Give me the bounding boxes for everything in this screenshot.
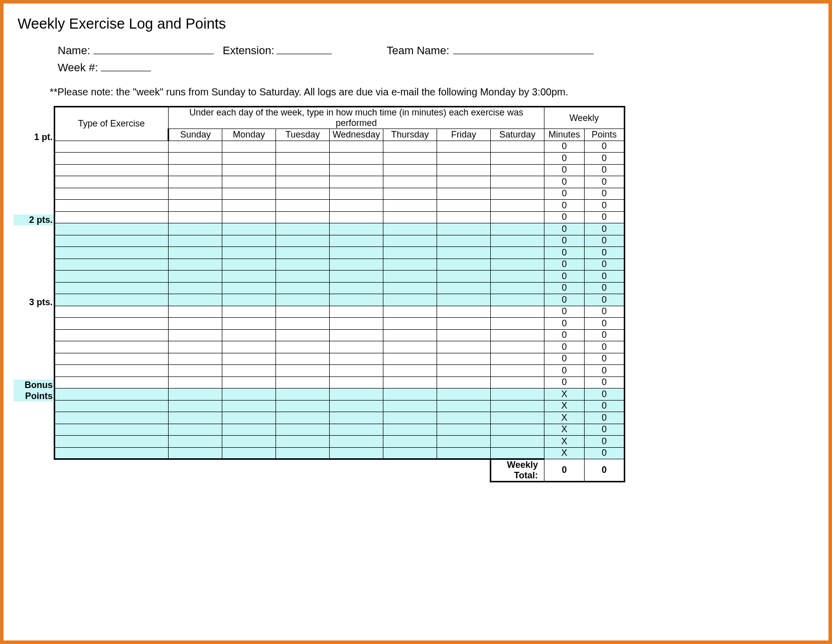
day-cell[interactable]	[330, 247, 383, 259]
exercise-type-cell[interactable]	[55, 353, 169, 365]
day-cell[interactable]	[276, 424, 330, 436]
day-cell[interactable]	[383, 389, 437, 401]
name-input-line[interactable]	[93, 42, 214, 54]
day-cell[interactable]	[222, 259, 276, 271]
exercise-type-cell[interactable]	[55, 188, 169, 200]
day-cell[interactable]	[222, 412, 276, 424]
day-cell[interactable]	[330, 200, 383, 212]
day-cell[interactable]	[169, 376, 222, 389]
exercise-type-cell[interactable]	[55, 200, 169, 212]
day-cell[interactable]	[169, 306, 222, 318]
day-cell[interactable]	[330, 424, 383, 436]
day-cell[interactable]	[222, 141, 276, 153]
day-cell[interactable]	[491, 376, 544, 389]
day-cell[interactable]	[491, 424, 544, 436]
day-cell[interactable]	[222, 318, 276, 330]
day-cell[interactable]	[383, 282, 437, 294]
day-cell[interactable]	[169, 223, 222, 235]
day-cell[interactable]	[330, 259, 383, 271]
day-cell[interactable]	[330, 271, 383, 283]
day-cell[interactable]	[491, 200, 544, 212]
day-cell[interactable]	[276, 176, 330, 188]
day-cell[interactable]	[383, 141, 437, 153]
day-cell[interactable]	[222, 341, 276, 353]
day-cell[interactable]	[491, 235, 544, 247]
day-cell[interactable]	[330, 436, 383, 448]
day-cell[interactable]	[169, 200, 222, 212]
day-cell[interactable]	[383, 329, 437, 341]
day-cell[interactable]	[437, 412, 491, 424]
team-input-line[interactable]	[453, 42, 594, 54]
day-cell[interactable]	[169, 353, 222, 365]
day-cell[interactable]	[491, 294, 544, 306]
day-cell[interactable]	[383, 341, 437, 353]
day-cell[interactable]	[330, 447, 383, 459]
day-cell[interactable]	[383, 318, 437, 330]
day-cell[interactable]	[222, 376, 276, 389]
exercise-type-cell[interactable]	[55, 259, 169, 271]
day-cell[interactable]	[222, 211, 276, 223]
day-cell[interactable]	[169, 271, 222, 283]
day-cell[interactable]	[491, 164, 544, 176]
day-cell[interactable]	[276, 400, 330, 412]
day-cell[interactable]	[222, 447, 276, 459]
day-cell[interactable]	[437, 247, 491, 259]
day-cell[interactable]	[330, 164, 383, 176]
day-cell[interactable]	[437, 318, 491, 330]
day-cell[interactable]	[491, 389, 544, 401]
day-cell[interactable]	[383, 223, 437, 235]
day-cell[interactable]	[222, 223, 276, 235]
day-cell[interactable]	[222, 400, 276, 412]
day-cell[interactable]	[276, 341, 330, 353]
day-cell[interactable]	[330, 211, 383, 223]
day-cell[interactable]	[383, 188, 437, 200]
day-cell[interactable]	[169, 424, 222, 436]
day-cell[interactable]	[383, 424, 437, 436]
day-cell[interactable]	[437, 271, 491, 283]
day-cell[interactable]	[276, 223, 330, 235]
day-cell[interactable]	[437, 424, 491, 436]
day-cell[interactable]	[437, 329, 491, 341]
day-cell[interactable]	[276, 141, 330, 153]
day-cell[interactable]	[383, 436, 437, 448]
day-cell[interactable]	[437, 176, 491, 188]
day-cell[interactable]	[491, 271, 544, 283]
day-cell[interactable]	[330, 389, 383, 401]
day-cell[interactable]	[169, 247, 222, 259]
day-cell[interactable]	[437, 341, 491, 353]
day-cell[interactable]	[276, 318, 330, 330]
extension-input-line[interactable]	[276, 42, 332, 54]
day-cell[interactable]	[276, 259, 330, 271]
day-cell[interactable]	[383, 200, 437, 212]
day-cell[interactable]	[169, 318, 222, 330]
day-cell[interactable]	[491, 247, 544, 259]
day-cell[interactable]	[276, 365, 330, 377]
day-cell[interactable]	[383, 247, 437, 259]
day-cell[interactable]	[437, 365, 491, 377]
day-cell[interactable]	[437, 400, 491, 412]
day-cell[interactable]	[383, 235, 437, 247]
day-cell[interactable]	[222, 200, 276, 212]
day-cell[interactable]	[330, 306, 383, 318]
day-cell[interactable]	[437, 223, 491, 235]
day-cell[interactable]	[169, 259, 222, 271]
day-cell[interactable]	[169, 164, 222, 176]
day-cell[interactable]	[222, 424, 276, 436]
day-cell[interactable]	[491, 211, 544, 223]
day-cell[interactable]	[222, 365, 276, 377]
day-cell[interactable]	[276, 271, 330, 283]
day-cell[interactable]	[330, 294, 383, 306]
day-cell[interactable]	[330, 318, 383, 330]
day-cell[interactable]	[330, 141, 383, 153]
day-cell[interactable]	[222, 271, 276, 283]
day-cell[interactable]	[222, 176, 276, 188]
day-cell[interactable]	[276, 164, 330, 176]
day-cell[interactable]	[222, 329, 276, 341]
day-cell[interactable]	[437, 436, 491, 448]
day-cell[interactable]	[222, 282, 276, 294]
day-cell[interactable]	[437, 164, 491, 176]
day-cell[interactable]	[437, 353, 491, 365]
day-cell[interactable]	[169, 188, 222, 200]
day-cell[interactable]	[491, 341, 544, 353]
exercise-type-cell[interactable]	[55, 318, 169, 330]
